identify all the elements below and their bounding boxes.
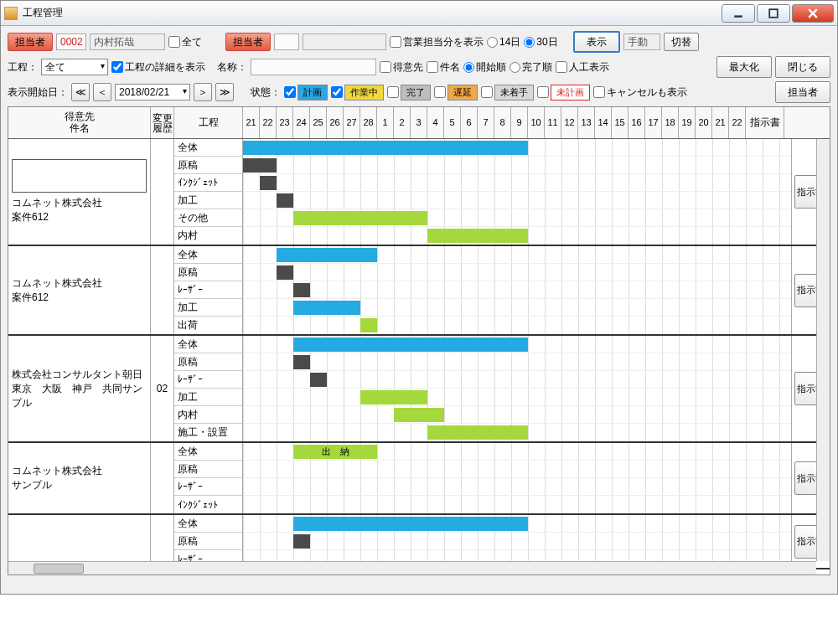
header-day: 21 bbox=[712, 107, 729, 138]
scroll-thumb[interactable] bbox=[34, 564, 84, 574]
status-label: 状態： bbox=[251, 85, 281, 100]
tanto-code-field[interactable]: 0002 bbox=[56, 33, 86, 50]
name-field[interactable] bbox=[251, 59, 376, 75]
gantt-bar[interactable] bbox=[293, 283, 310, 297]
gantt-row bbox=[243, 192, 791, 209]
gantt-bar[interactable] bbox=[243, 141, 528, 155]
process-label: ﾚｰｻﾞｰ bbox=[174, 281, 242, 299]
tokui-checkbox[interactable]: 得意先 bbox=[380, 60, 423, 75]
cancel-checkbox[interactable]: キャンセルも表示 bbox=[593, 85, 687, 100]
gantt-bar[interactable] bbox=[243, 158, 277, 173]
gantt-bar[interactable] bbox=[293, 355, 310, 369]
kenmei-checkbox[interactable]: 件名 bbox=[427, 60, 460, 75]
gantt-bar[interactable] bbox=[293, 337, 528, 352]
header-day: 26 bbox=[327, 107, 344, 138]
gantt-bar[interactable] bbox=[260, 176, 277, 190]
tanto2-name-field bbox=[303, 33, 386, 50]
minimize-button[interactable] bbox=[722, 4, 755, 23]
gantt-bar[interactable] bbox=[427, 229, 528, 243]
date-select[interactable]: 2018/02/21 bbox=[115, 84, 190, 100]
days30-radio[interactable]: 30日 bbox=[524, 35, 557, 49]
gantt-bar[interactable] bbox=[360, 390, 427, 404]
process-label: 施工・設置 bbox=[174, 424, 242, 441]
horizontal-scrollbar[interactable] bbox=[8, 561, 816, 574]
status-delay-checkbox[interactable]: 遅延 bbox=[434, 85, 478, 100]
maximize-button[interactable] bbox=[757, 4, 790, 23]
window-title: 工程管理 bbox=[23, 6, 720, 20]
gantt-bar[interactable] bbox=[277, 265, 293, 280]
process-label: 原稿 bbox=[174, 264, 242, 281]
customer-cell[interactable] bbox=[8, 515, 151, 568]
tanto-name-field: 内村拓哉 bbox=[90, 33, 165, 50]
gantt-bar[interactable] bbox=[310, 373, 327, 387]
customer-cell[interactable]: コムネット株式会社案件612 bbox=[8, 246, 151, 334]
header-day: 5 bbox=[444, 107, 461, 138]
vertical-scrollbar[interactable] bbox=[816, 139, 830, 561]
gantt-chart-area[interactable]: 出 納 bbox=[243, 443, 791, 513]
customer-cell[interactable]: 株式会社コンサルタント朝日東京 大阪 神戸 共同サンプル bbox=[8, 336, 151, 441]
status-notyet-checkbox[interactable]: 未着手 bbox=[481, 85, 534, 100]
process-label: 全体 bbox=[174, 336, 242, 353]
header-day: 22 bbox=[260, 107, 277, 138]
process-label: ﾚｰｻﾞｰ bbox=[174, 371, 242, 389]
gantt-bar[interactable] bbox=[293, 211, 427, 225]
tanto3-button[interactable]: 担当者 bbox=[775, 81, 830, 103]
grid-body[interactable]: コムネット株式会社案件612全体原稿ｲﾝｸｼﾞｪｯﾄ加工その他内村指示書コムネッ… bbox=[8, 139, 830, 575]
date-prev-button[interactable]: ＜ bbox=[93, 83, 111, 101]
process-label: 出荷 bbox=[174, 317, 242, 334]
status-plan-checkbox[interactable]: 計画 bbox=[284, 85, 328, 100]
date-first-button[interactable]: ≪ bbox=[71, 83, 90, 101]
jinko-checkbox[interactable]: 人工表示 bbox=[556, 60, 609, 75]
process-labels: 全体原稿ﾚｰｻﾞｰ加工内村施工・設置 bbox=[174, 336, 243, 441]
switch-button[interactable]: 切替 bbox=[664, 33, 699, 51]
koutei-select[interactable]: 全て bbox=[41, 59, 108, 75]
status-noplan-checkbox[interactable]: 未計画 bbox=[537, 85, 590, 100]
gantt-bar[interactable] bbox=[394, 408, 444, 422]
gantt-bar[interactable] bbox=[427, 425, 528, 440]
gantt-chart-area[interactable] bbox=[243, 246, 791, 334]
gantt-row bbox=[243, 139, 791, 157]
close-btn[interactable]: 閉じる bbox=[775, 56, 830, 78]
gantt-bar[interactable] bbox=[293, 517, 528, 531]
gantt-bar[interactable] bbox=[277, 193, 293, 208]
date-last-button[interactable]: ≫ bbox=[215, 83, 234, 101]
header-instruction: 指示書 bbox=[746, 107, 784, 138]
tanto-button[interactable]: 担当者 bbox=[8, 33, 53, 51]
app-icon bbox=[4, 7, 18, 20]
koutei-label: 工程： bbox=[8, 60, 38, 75]
doneorder-radio[interactable]: 完了順 bbox=[510, 60, 552, 75]
customer-cell[interactable]: コムネット株式会社サンプル bbox=[8, 443, 151, 513]
process-label: ｲﾝｸｼﾞｪｯﾄ bbox=[174, 496, 242, 513]
gantt-chart-area[interactable] bbox=[243, 515, 791, 568]
gantt-bar[interactable] bbox=[360, 318, 377, 332]
tanto2-code-field[interactable] bbox=[274, 33, 299, 50]
close-window-button[interactable] bbox=[792, 4, 834, 23]
date-next-button[interactable]: ＞ bbox=[194, 83, 212, 101]
gantt-bar[interactable]: 出 納 bbox=[293, 445, 377, 459]
header-day: 28 bbox=[360, 107, 377, 138]
all-checkbox[interactable]: 全て bbox=[168, 35, 202, 49]
sales-checkbox[interactable]: 営業担当分を表示 bbox=[390, 35, 484, 49]
startorder-radio[interactable]: 開始順 bbox=[463, 60, 506, 75]
gantt-chart-area[interactable] bbox=[243, 336, 791, 441]
gantt-bar[interactable] bbox=[293, 534, 310, 549]
status-done-checkbox[interactable]: 完了 bbox=[387, 85, 431, 100]
startdate-label: 表示開始日： bbox=[8, 85, 68, 100]
tanto2-button[interactable]: 担当者 bbox=[225, 33, 271, 51]
display-button[interactable]: 表示 bbox=[573, 31, 620, 53]
customer-cell[interactable]: コムネット株式会社案件612 bbox=[8, 139, 151, 245]
gantt-bar[interactable] bbox=[277, 248, 377, 262]
gantt-bar[interactable] bbox=[293, 301, 360, 315]
days14-radio[interactable]: 14日 bbox=[487, 35, 520, 49]
header-day: 7 bbox=[478, 107, 494, 138]
gantt-group: コムネット株式会社サンプル全体原稿ﾚｰｻﾞｰｲﾝｸｼﾞｪｯﾄ出 納指示書 bbox=[8, 443, 830, 515]
gantt-row bbox=[243, 389, 791, 406]
gantt-chart-area[interactable] bbox=[243, 139, 791, 245]
status-work-checkbox[interactable]: 作業中 bbox=[331, 85, 384, 100]
gantt-row: 出 納 bbox=[243, 443, 791, 461]
process-label: その他 bbox=[174, 209, 242, 227]
maximize-btn[interactable]: 最大化 bbox=[716, 56, 772, 78]
header-day: 11 bbox=[545, 107, 561, 138]
detail-checkbox[interactable]: 工程の詳細を表示 bbox=[111, 60, 205, 75]
gantt-row bbox=[243, 496, 791, 513]
